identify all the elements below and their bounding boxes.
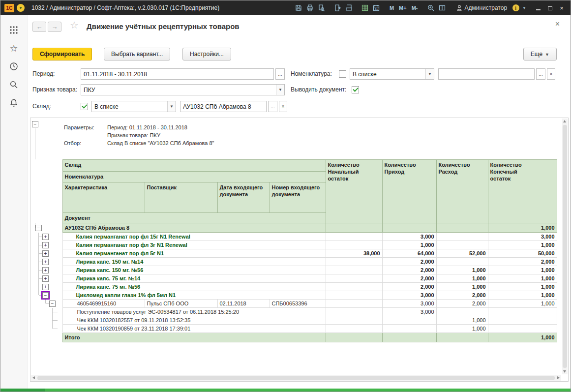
expand-button[interactable]: + [42, 259, 49, 265]
expand-button[interactable]: + [42, 250, 49, 257]
chevron-down-icon[interactable]: ▼ [522, 6, 526, 10]
qty-cell[interactable] [326, 223, 382, 233]
expand-button[interactable]: + [42, 234, 49, 240]
item-name-cell[interactable]: Лирика капс. 75 мг. №14 [62, 274, 326, 283]
save-icon[interactable] [294, 3, 303, 13]
horizontal-scrollbar[interactable] [31, 375, 561, 381]
total-cell[interactable]: Итого [62, 333, 326, 342]
nomenclature-value-input[interactable] [438, 68, 535, 80]
warehouse-mode-select[interactable]: В списке▼ [91, 101, 176, 112]
search-icon[interactable] [8, 79, 20, 90]
item-name-cell[interactable]: Калия перманганат пор фл 15г N1 Renewal [62, 233, 326, 241]
favorite-star-icon[interactable]: ☆ [70, 19, 79, 31]
incoming-date-cell[interactable]: 02.11.2018 [217, 300, 270, 308]
memory-mminus-button[interactable]: M- [410, 5, 420, 11]
close-form-icon[interactable]: × [555, 20, 560, 29]
column-header-qty-in[interactable]: Количество Приход [382, 160, 436, 223]
report-row-document: Чек ККМ 10320190859 от 23.11.2018 17:39:… [30, 325, 557, 333]
supplier-cell[interactable]: Пульс СПб ООО [145, 300, 217, 308]
app-window: 1С ▼ 1032 / Администратор / Софт-Аптека:… [0, 0, 571, 392]
window-split-icon[interactable] [438, 3, 447, 13]
info-button[interactable]: i [511, 3, 520, 13]
window-title: 1032 / Администратор / Софт-Аптека:, v.2… [31, 4, 219, 11]
item-name-cell[interactable]: Лирика капс. 150 мг. №14 [62, 258, 326, 266]
warehouse-value-input[interactable]: АУ1032 СПб Абрамова 8 [180, 101, 267, 112]
expand-button[interactable]: + [42, 242, 49, 248]
incoming-number-cell[interactable]: СПБ00653396 [270, 300, 326, 308]
warehouse-choose-button[interactable]: ... [268, 101, 277, 112]
document-cell[interactable]: Поступление товаров услуг ЭС-00534817 от… [62, 308, 326, 316]
period-choose-button[interactable]: ... [275, 68, 285, 80]
qty-cell[interactable]: 1,000 [488, 223, 557, 233]
settings-button[interactable]: Настройки... [182, 48, 231, 60]
forward-button[interactable]: → [48, 22, 61, 32]
export-document-icon[interactable] [333, 3, 342, 13]
warehouse-clear-button[interactable]: × [279, 101, 287, 112]
horizontal-scroll-thumb[interactable] [37, 376, 555, 380]
column-header-warehouse[interactable]: Склад [62, 160, 326, 172]
collapse-report-button[interactable]: − [32, 121, 38, 127]
document-cell[interactable]: Чек ККМ 10320182557 от 09.11.2018 13:52:… [62, 316, 326, 325]
history-icon[interactable] [8, 60, 20, 72]
collapse-button[interactable]: − [49, 301, 56, 307]
column-header-incoming-number[interactable]: Номер входящего документа [270, 182, 326, 213]
chevron-down-icon[interactable]: ▼ [425, 69, 434, 79]
favorites-icon[interactable]: ☆ [8, 42, 20, 54]
column-header-document[interactable]: Документ [62, 213, 326, 223]
expand-button[interactable]: + [42, 284, 49, 290]
close-button[interactable]: × [557, 4, 567, 12]
user-button[interactable]: Администратор [454, 4, 510, 11]
calendar-icon[interactable]: 31 [372, 3, 381, 13]
nomenclature-clear-button[interactable]: × [547, 68, 555, 80]
item-name-cell[interactable]: Цикломед капли глазн 1% фл 5мл N1 [62, 291, 326, 300]
maximize-button[interactable] [545, 4, 555, 12]
nomenclature-checkbox[interactable] [339, 70, 346, 78]
qty-cell[interactable] [436, 223, 488, 233]
chevron-down-icon[interactable]: ▼ [167, 101, 176, 112]
nomenclature-mode-select[interactable]: В списке▼ [350, 68, 434, 80]
column-header-incoming-date[interactable]: Дата входящего документа [217, 182, 270, 213]
choose-variant-button[interactable]: Выбрать вариант... [104, 48, 170, 60]
item-name-cell[interactable]: Калия перманганат пор фл 5г N1 [62, 249, 326, 258]
chevron-down-icon[interactable]: ▼ [276, 85, 284, 95]
column-header-qty-out[interactable]: Количество Расход [436, 160, 488, 223]
zoom-icon[interactable] [426, 3, 436, 13]
column-header-qty-start[interactable]: Количество Начальный остаток [326, 160, 382, 223]
column-header-nomenclature[interactable]: Номенклатура [62, 172, 326, 182]
memory-m-button[interactable]: M [388, 5, 395, 11]
warehouse-group-cell[interactable]: АУ1032 СПб Абрамова 8 [62, 223, 326, 233]
scan-document-icon[interactable] [344, 3, 354, 13]
collapse-button[interactable]: − [35, 225, 42, 231]
show-document-label: Выводить документ: [291, 86, 346, 93]
generate-button[interactable]: Сформировать [32, 48, 92, 60]
back-button[interactable]: ← [32, 22, 46, 32]
period-input[interactable]: 01.11.2018 - 30.11.2018 [81, 68, 274, 80]
vertical-scrollbar[interactable] [562, 119, 568, 374]
column-header-characteristic[interactable]: Характеристика [62, 182, 145, 213]
nomenclature-choose-button[interactable]: ... [536, 68, 545, 80]
qty-cell[interactable] [382, 223, 436, 233]
document-cell[interactable]: Чек ККМ 10320190859 от 23.11.2018 17:39:… [62, 325, 326, 333]
expand-button[interactable]: + [42, 267, 49, 273]
item-name-cell[interactable]: Лирика капс. 150 мг. №56 [62, 266, 326, 274]
vertical-scroll-thumb[interactable] [563, 125, 567, 368]
warehouse-checkbox[interactable] [81, 103, 88, 110]
calculator-table-icon[interactable] [361, 3, 370, 13]
product-attr-select[interactable]: ПКУ▼ [81, 84, 285, 95]
expand-button[interactable]: + [42, 275, 49, 282]
print-icon[interactable] [305, 3, 315, 13]
collapse-button-selected[interactable]: − [42, 292, 49, 299]
print-preview-icon[interactable] [317, 3, 326, 13]
item-name-cell[interactable]: Калия перманганат пор фл 3г N1 Renewal [62, 241, 326, 249]
tools-menu-icon[interactable] [8, 24, 20, 36]
more-button[interactable]: Еще▼ [523, 48, 557, 60]
show-document-checkbox[interactable] [352, 86, 359, 93]
item-name-cell[interactable]: Лирика капс. 75 мг. №56 [62, 283, 326, 291]
notifications-icon[interactable] [8, 97, 20, 109]
main-menu-button[interactable]: ▼ [17, 4, 25, 12]
characteristic-cell[interactable]: 4605469915160 [62, 300, 145, 308]
column-header-supplier[interactable]: Поставщик [145, 182, 217, 213]
minimize-button[interactable] [533, 4, 543, 12]
column-header-qty-end[interactable]: Количество Конечный остаток [488, 160, 557, 223]
memory-mplus-button[interactable]: M+ [397, 5, 408, 11]
